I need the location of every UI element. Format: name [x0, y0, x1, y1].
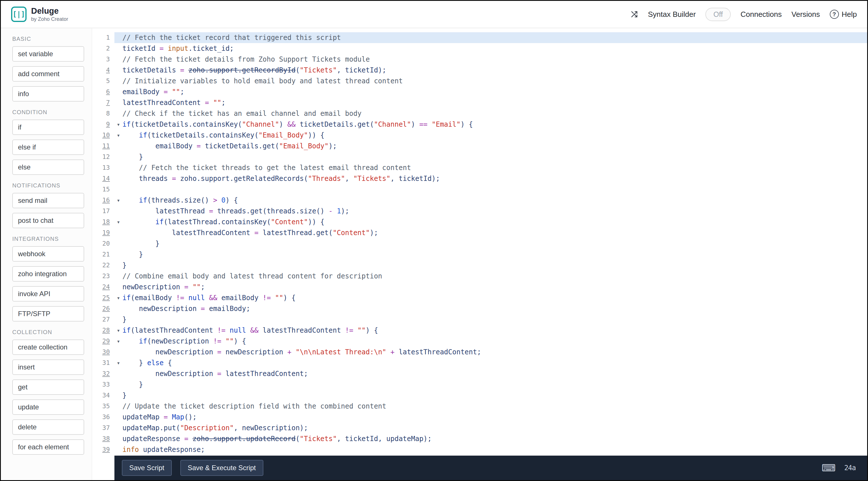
code-line[interactable]: if(latestThread.containsKey("Content")) … [122, 217, 324, 227]
code-line[interactable]: // Update the ticket description field w… [122, 401, 386, 412]
code-line[interactable]: ticketDetails = zoho.support.getRecordBy… [122, 65, 386, 75]
code-line[interactable]: if(ticketDetails.containsKey("Channel") … [122, 119, 473, 130]
line-number[interactable]: 39 [92, 444, 115, 455]
line-number[interactable]: 25 [92, 292, 115, 303]
line-number[interactable]: 1 [92, 32, 115, 43]
code-line[interactable]: } [122, 390, 126, 401]
line-number[interactable]: 3 [92, 54, 115, 65]
line-number[interactable]: 28 [92, 325, 115, 336]
line-number[interactable]: 21 [92, 249, 115, 260]
line-number[interactable]: 36 [92, 412, 115, 422]
code-line[interactable]: emailBody = ticketDetails.get("Email_Bod… [122, 141, 337, 152]
line-number[interactable]: 24 [92, 282, 115, 292]
sidebar-item-set-variable[interactable]: set variable [12, 46, 84, 62]
line-number[interactable]: 13 [92, 162, 115, 173]
code-line[interactable]: if(threads.size() > 0) { [122, 195, 238, 206]
keyboard-icon[interactable]: ⌨ [822, 462, 836, 474]
sidebar-item-info[interactable]: info [12, 86, 84, 102]
line-number[interactable]: 2 [92, 43, 115, 54]
line-number[interactable]: 37 [92, 422, 115, 434]
fold-toggle-icon[interactable]: ▾ [115, 292, 122, 303]
code-line[interactable]: } [122, 260, 126, 271]
code-line[interactable]: // Fetch the ticket record that triggere… [122, 32, 341, 43]
sidebar-item-else[interactable]: else [12, 159, 84, 175]
line-number[interactable]: 31 [92, 357, 115, 368]
code-line[interactable]: } [122, 152, 143, 162]
line-number[interactable]: 6 [92, 87, 115, 97]
code-line[interactable]: updateResponse = zoho.support.updateReco… [122, 434, 432, 444]
line-number[interactable]: 18 [92, 217, 115, 227]
line-number[interactable]: 5 [92, 75, 115, 87]
code-line[interactable]: latestThreadContent = ""; [122, 97, 225, 108]
line-number[interactable]: 33 [92, 379, 115, 390]
sidebar-item-for-each-element[interactable]: for each element [12, 439, 84, 455]
sidebar-item-insert[interactable]: insert [12, 359, 84, 375]
connections-link[interactable]: Connections [740, 10, 782, 19]
code-line[interactable]: if(emailBody != null && emailBody != "")… [122, 292, 296, 303]
syntax-builder-label[interactable]: Syntax Builder [648, 10, 696, 19]
line-number[interactable]: 26 [92, 303, 115, 314]
fold-toggle-icon[interactable]: ▾ [115, 119, 122, 130]
code-line[interactable]: if(newDescription != "") { [122, 336, 246, 347]
line-number[interactable]: 23 [92, 271, 115, 282]
code-line[interactable]: // Combine email body and latest thread … [122, 271, 382, 282]
syntax-builder-toggle[interactable]: Off [705, 8, 731, 21]
line-number[interactable]: 22 [92, 260, 115, 271]
code-line[interactable]: newDescription = ""; [122, 282, 205, 292]
sidebar-item-send-mail[interactable]: send mail [12, 193, 84, 208]
sidebar-item-get[interactable]: get [12, 379, 84, 395]
code-line[interactable]: latestThread = threads.get(threads.size(… [122, 206, 349, 217]
code-line[interactable]: } [122, 314, 126, 325]
code-line[interactable]: // Fetch the ticket details from Zoho Su… [122, 54, 370, 65]
line-number[interactable]: 9 [92, 119, 115, 130]
line-number[interactable]: 27 [92, 314, 115, 325]
code-line[interactable]: } [122, 379, 143, 390]
code-line[interactable]: updateMap.put("Description", newDescript… [122, 422, 308, 434]
code-line[interactable]: // Check if the ticket has an email chan… [122, 108, 362, 119]
save-execute-script-button[interactable]: Save & Execute Script [180, 460, 264, 476]
fold-toggle-icon[interactable]: ▾ [115, 130, 122, 141]
line-number[interactable]: 29 [92, 336, 115, 347]
code-line[interactable]: } else { [122, 357, 172, 368]
line-number[interactable]: 30 [92, 347, 115, 357]
line-number[interactable]: 11 [92, 141, 115, 152]
sidebar-item-create-collection[interactable]: create collection [12, 340, 84, 355]
line-number[interactable]: 20 [92, 238, 115, 249]
line-number[interactable]: 15 [92, 184, 115, 195]
line-number[interactable]: 17 [92, 206, 115, 217]
line-number[interactable]: 16 [92, 195, 115, 206]
fold-toggle-icon[interactable]: ▾ [115, 195, 122, 206]
versions-link[interactable]: Versions [792, 10, 820, 19]
code-line[interactable]: info updateResponse; [122, 444, 205, 455]
code-line[interactable]: if(ticketDetails.containsKey("Email_Body… [122, 130, 324, 141]
save-script-button[interactable]: Save Script [122, 460, 172, 476]
zia-icon[interactable]: 24a [844, 464, 856, 472]
line-number[interactable]: 38 [92, 434, 115, 444]
code-line[interactable]: } [122, 249, 143, 260]
sidebar-item-post-to-chat[interactable]: post to chat [12, 213, 84, 228]
fold-toggle-icon[interactable]: ▾ [115, 357, 122, 368]
code-line[interactable]: newDescription = latestThreadContent; [122, 368, 308, 379]
code-line[interactable]: ticketId = input.ticket_id; [122, 43, 234, 54]
sidebar-item-else-if[interactable]: else if [12, 139, 84, 155]
help-link[interactable]: ? Help [830, 10, 857, 19]
line-number[interactable]: 8 [92, 108, 115, 119]
sidebar-item-invoke-api[interactable]: invoke API [12, 286, 84, 301]
fold-toggle-icon[interactable]: ▾ [115, 336, 122, 347]
sidebar-item-update[interactable]: update [12, 399, 84, 415]
line-number[interactable]: 19 [92, 227, 115, 238]
fold-toggle-icon[interactable]: ▾ [115, 217, 122, 227]
sidebar-item-ftp-sftp[interactable]: FTP/SFTP [12, 306, 84, 322]
sidebar-item-webhook[interactable]: webhook [12, 246, 84, 262]
code-line[interactable]: latestThreadContent = latestThread.get("… [122, 227, 378, 238]
line-number[interactable]: 4 [92, 65, 115, 75]
line-number[interactable]: 7 [92, 97, 115, 108]
code-line[interactable]: } [122, 238, 159, 249]
code-line[interactable]: // Fetch the ticket threads to get the l… [122, 162, 411, 173]
code-line[interactable]: newDescription = emailBody; [122, 303, 250, 314]
sidebar-item-zoho-integration[interactable]: zoho integration [12, 266, 84, 282]
sidebar-item-delete[interactable]: delete [12, 419, 84, 435]
code-line[interactable]: newDescription = newDescription + "\n\nL… [122, 347, 481, 357]
line-number[interactable]: 14 [92, 173, 115, 184]
code-line[interactable]: updateMap = Map(); [122, 412, 196, 422]
